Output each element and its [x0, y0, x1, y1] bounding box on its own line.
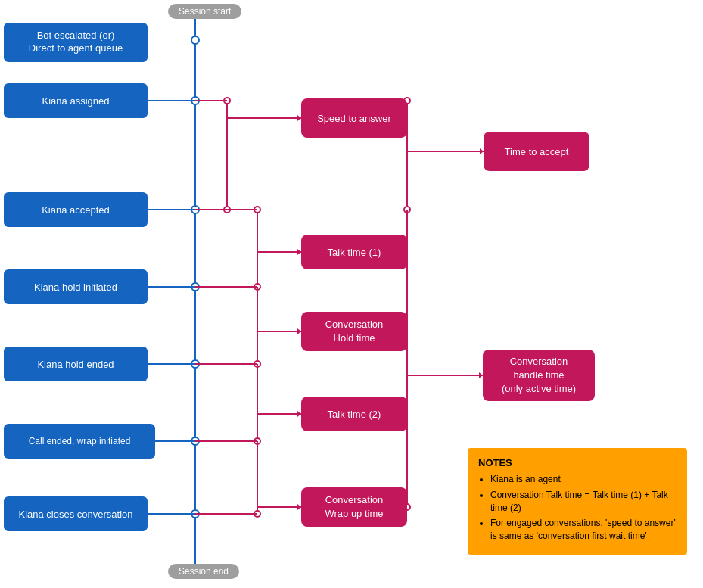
notes-item-1: Kiana is an agent	[490, 473, 677, 486]
metric-conv-handle-time: Conversation handle time (only active ti…	[483, 350, 595, 401]
svg-point-11	[191, 437, 199, 445]
event-kiana-hold-initiated: Kiana hold initiated	[4, 269, 148, 304]
svg-point-2	[191, 36, 199, 44]
svg-point-16	[224, 98, 230, 104]
svg-point-28	[254, 207, 260, 213]
svg-point-24	[404, 207, 410, 213]
svg-point-35	[254, 361, 260, 367]
notes-item-3: For engaged conversations, 'speed to ans…	[490, 517, 677, 543]
metric-speed-to-answer: Speed to answer	[301, 98, 407, 138]
metric-time-to-accept: Time to accept	[484, 132, 589, 171]
metric-talk-time-1: Talk time (1)	[301, 235, 407, 269]
session-start-label: Session start	[168, 4, 241, 19]
notes-item-2: Conversation Talk time = Talk time (1) +…	[490, 489, 677, 515]
svg-point-45	[254, 511, 260, 517]
metric-conv-hold-time: Conversation Hold time	[301, 312, 407, 351]
event-kiana-assigned: Kiana assigned	[4, 83, 148, 118]
event-kiana-closes: Kiana closes conversation	[4, 496, 148, 531]
notes-title: NOTES	[478, 457, 677, 468]
event-call-ended-wrap: Call ended, wrap initiated	[4, 424, 155, 459]
metric-talk-time-2: Talk time (2)	[301, 397, 407, 431]
session-end-label: Session end	[168, 564, 239, 579]
event-kiana-accepted: Kiana accepted	[4, 192, 148, 227]
svg-point-9	[191, 360, 199, 368]
svg-point-5	[191, 206, 199, 213]
svg-point-7	[191, 283, 199, 291]
svg-point-40	[254, 438, 260, 444]
notes-box: NOTES Kiana is an agent Conversation Tal…	[468, 448, 687, 555]
event-bot-escalated: Bot escalated (or) Direct to agent queue	[4, 23, 148, 62]
svg-point-29	[254, 284, 260, 290]
svg-point-17	[224, 207, 230, 213]
metric-conv-wrap-time: Conversation Wrap up time	[301, 487, 407, 527]
svg-point-3	[191, 97, 199, 104]
diagram-container: Session start Bot escalated (or) Direct …	[0, 0, 703, 588]
svg-point-13	[191, 510, 199, 518]
event-kiana-hold-ended: Kiana hold ended	[4, 347, 148, 381]
notes-list: Kiana is an agent Conversation Talk time…	[478, 473, 677, 543]
